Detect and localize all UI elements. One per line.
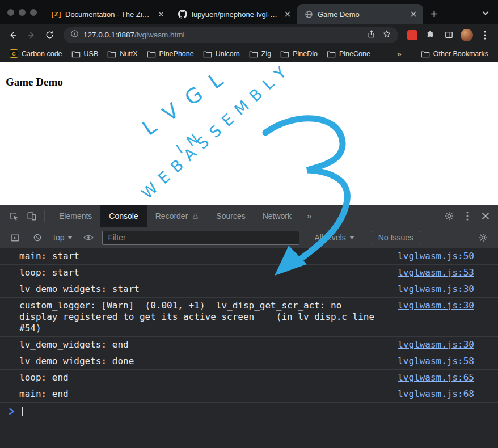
console-source-link[interactable]: lvglwasm.js:65 [398, 372, 474, 383]
console-source-link[interactable]: lvglwasm.js:50 [398, 251, 474, 262]
web-page-content: Game Demo [0, 62, 498, 205]
bookmark-label: PineCone [339, 50, 370, 58]
browser-tab-zig-docs[interactable]: [Z] Documentation - The Zig Pro [45, 4, 171, 24]
browser-tab-strip: [Z] Documentation - The Zig Pro lupyuen/… [0, 0, 498, 24]
extensions-puzzle-icon[interactable] [422, 27, 439, 44]
browser-tab-game-demo[interactable]: Game Demo [297, 4, 423, 24]
share-icon[interactable] [367, 29, 375, 41]
side-panel-icon[interactable] [440, 27, 457, 44]
prompt-chevron-icon [9, 408, 15, 415]
console-source-link[interactable]: lvglwasm.js:53 [398, 267, 474, 278]
browser-menu-kebab-icon[interactable] [476, 27, 493, 44]
devtools-tab-recorder[interactable]: Recorder [147, 205, 208, 227]
tab-close-icon[interactable] [408, 9, 419, 19]
window-zoom-button[interactable] [30, 9, 37, 16]
console-message: lv_demo_widgets: start lvglwasm.js:30 [0, 281, 498, 298]
bookmarks-separator [412, 49, 412, 59]
globe-favicon [304, 10, 313, 19]
live-expression-eye-icon[interactable] [79, 229, 98, 247]
site-info-icon[interactable] [70, 29, 79, 40]
device-toolbar-icon[interactable] [23, 207, 41, 225]
folder-icon [203, 50, 212, 58]
bookmark-folder-pinephone[interactable]: PinePhone [143, 45, 198, 62]
omnibox[interactable]: 127.0.0.1:8887/lvglwasm.html [64, 27, 398, 43]
bookmark-folder-unicorn[interactable]: Unicorn [199, 45, 244, 62]
devtools-tab-console[interactable]: Console [100, 205, 146, 227]
carbon-icon: C [10, 49, 18, 58]
console-log: main: start lvglwasm.js:50 loop: start l… [0, 248, 498, 448]
devtools-tab-network[interactable]: Network [254, 205, 300, 227]
new-tab-button[interactable] [425, 5, 442, 22]
bookmark-label: PinePhone [159, 50, 194, 58]
console-message: lv_demo_widgets: end lvglwasm.js:30 [0, 337, 498, 353]
console-source-link[interactable]: lvglwasm.js:30 [398, 284, 474, 295]
tab-title: lupyuen/pinephone-lvgl-zig [192, 10, 278, 19]
log-levels-selector[interactable]: All levels [314, 233, 354, 242]
issues-counter[interactable]: No Issues [372, 231, 420, 244]
toolbar-separator [44, 210, 45, 222]
bookmark-folder-usb[interactable]: USB [67, 45, 103, 62]
devtools-close-icon[interactable] [476, 207, 495, 225]
console-prompt[interactable] [0, 403, 498, 420]
devtools-menu-kebab-icon[interactable] [458, 207, 476, 225]
tab-close-icon[interactable] [282, 9, 293, 19]
window-close-button[interactable] [7, 9, 14, 16]
window-controls [0, 0, 45, 24]
folder-icon [327, 50, 336, 58]
console-source-link[interactable]: lvglwasm.js:30 [398, 300, 474, 311]
experiment-flask-icon [192, 212, 199, 219]
devtools-settings-gear-icon[interactable] [440, 207, 458, 225]
bookmarks-overflow-chevron[interactable]: » [391, 49, 407, 58]
profile-avatar[interactable] [458, 27, 475, 44]
bookmark-carbon-code[interactable]: C Carbon code [6, 45, 66, 62]
tab-search-chevron-icon[interactable] [482, 7, 498, 24]
other-bookmarks[interactable]: Other Bookmarks [417, 45, 492, 62]
bookmark-star-icon[interactable] [382, 29, 391, 41]
bookmark-label: PineDio [293, 50, 318, 58]
tab-title: Documentation - The Zig Pro [65, 10, 151, 19]
bookmark-folder-pinecone[interactable]: PineCone [323, 45, 374, 62]
folder-icon [249, 50, 258, 58]
more-panels-chevron[interactable]: » [300, 211, 318, 221]
console-source-link[interactable]: lvglwasm.js:58 [398, 356, 474, 367]
forward-button[interactable] [23, 27, 40, 44]
browser-tab-github-repo[interactable]: lupyuen/pinephone-lvgl-zig [171, 4, 297, 24]
folder-icon [147, 50, 156, 58]
bookmark-folder-nuttx[interactable]: NuttX [103, 45, 141, 62]
bookmark-folder-pinedio[interactable]: PineDio [276, 45, 322, 62]
devtools-tab-elements[interactable]: Elements [50, 205, 100, 227]
folder-icon [107, 50, 116, 58]
console-source-link[interactable]: lvglwasm.js:30 [398, 339, 474, 350]
toolbar-separator [467, 232, 467, 243]
url-host: 127.0.0.1:8887 [83, 31, 134, 39]
url-text: 127.0.0.1:8887/lvglwasm.html [83, 31, 185, 39]
bookmark-label: Unicorn [216, 50, 240, 58]
back-button[interactable] [5, 27, 22, 44]
reload-button[interactable] [41, 27, 58, 44]
devtools-tab-sources[interactable]: Sources [208, 205, 254, 227]
bookmark-label: NuttX [120, 50, 137, 58]
console-filter-input[interactable] [102, 231, 299, 245]
console-source-link[interactable]: lvglwasm.js:68 [398, 388, 474, 400]
tab-close-icon[interactable] [156, 9, 166, 19]
bookmark-label: Other Bookmarks [433, 50, 488, 58]
bookmark-label: Carbon code [22, 50, 62, 58]
inspect-element-icon[interactable] [5, 207, 23, 225]
zig-favicon: [Z] [52, 10, 61, 19]
execution-context-selector[interactable]: top [51, 233, 75, 242]
chevron-down-icon [349, 236, 354, 239]
bookmark-folder-zig[interactable]: Zig [245, 45, 275, 62]
console-message: loop: start lvglwasm.js:53 [0, 265, 498, 281]
clear-console-icon[interactable] [28, 229, 47, 247]
console-toolbar: top All levels No Issues [0, 227, 498, 248]
bookmarks-bar: C Carbon code USB NuttX PinePhone Unicor… [0, 45, 498, 62]
extension-icon-red[interactable] [404, 27, 421, 44]
folder-icon [71, 50, 81, 58]
window-minimize-button[interactable] [19, 9, 26, 16]
console-message: main: end lvglwasm.js:68 [0, 386, 498, 403]
console-message: lv_demo_widgets: done lvglwasm.js:58 [0, 353, 498, 370]
console-sidebar-toggle-icon[interactable] [6, 229, 24, 247]
console-settings-gear-icon[interactable] [474, 229, 492, 247]
url-path: /lvglwasm.html [134, 31, 185, 39]
tab-title: Game Demo [318, 10, 404, 19]
